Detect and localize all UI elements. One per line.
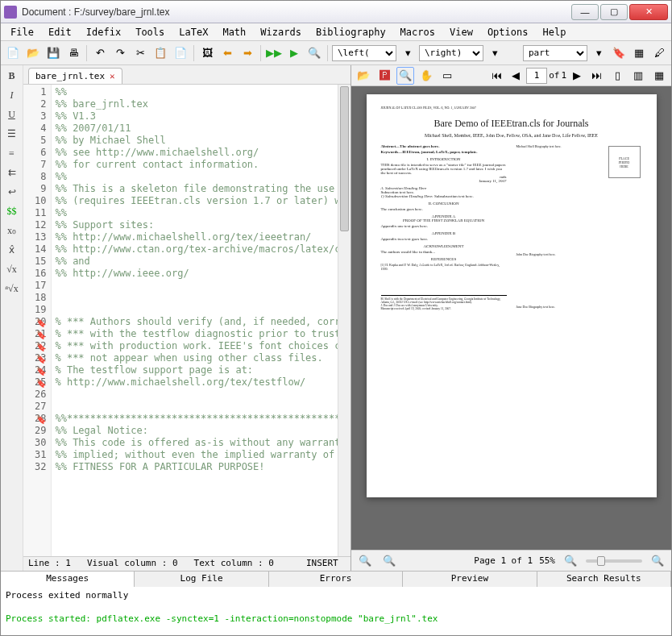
new-icon[interactable]: 📄: [4, 44, 22, 62]
editor-status: Line : 1 Visual column : 0 Text column :…: [23, 556, 351, 571]
pdf-header: JOURNAL OF LATEX CLASS FILES, VOL. 6, NO…: [381, 106, 642, 110]
pv-pdf-icon[interactable]: 🅿: [375, 67, 393, 85]
pv-page-input[interactable]: [526, 68, 547, 84]
section-combo[interactable]: part: [523, 45, 587, 61]
run-fast-icon[interactable]: ▶▶: [265, 44, 283, 62]
console[interactable]: Process exited normally Process started:…: [1, 587, 671, 635]
ref-icon[interactable]: 🔖: [610, 44, 628, 62]
nroot-icon[interactable]: ⁿ√x: [4, 281, 20, 296]
menu-view[interactable]: View: [443, 25, 479, 39]
pv-zoom-icon[interactable]: 🔍: [396, 67, 414, 85]
copy-icon[interactable]: 📋: [151, 44, 169, 62]
toolbar-sep: [327, 45, 328, 61]
pv-grid-icon[interactable]: ▦: [650, 67, 668, 85]
pdf-ref1: [1] H. Kopka and P. W. Daly, A Guide to …: [381, 263, 507, 271]
italic-icon[interactable]: I: [4, 88, 20, 102]
run-icon[interactable]: ▶: [285, 44, 303, 62]
zoom-slider[interactable]: [586, 559, 642, 563]
forward-icon[interactable]: ➡: [239, 44, 256, 62]
bold-icon[interactable]: B: [4, 69, 20, 83]
tab-search[interactable]: Search Results: [537, 572, 671, 587]
pv-select-icon[interactable]: ▭: [438, 67, 456, 85]
pv-find-fwd-icon[interactable]: 🔍: [380, 552, 398, 570]
combo-more-icon[interactable]: ▾: [399, 44, 417, 62]
scrollbar-thumb[interactable]: [340, 86, 349, 231]
hat-icon[interactable]: x̂: [4, 243, 20, 257]
view-icon[interactable]: 🔍: [305, 44, 323, 62]
tab-logfile[interactable]: Log File: [135, 572, 268, 587]
tab-close-icon[interactable]: ✕: [110, 71, 115, 81]
paste-icon[interactable]: 📄: [172, 44, 189, 62]
minimize-button[interactable]: —: [571, 4, 599, 20]
code-content[interactable]: %%%% bare_jrnl.tex%% V1.3%% 2007/01/11%%…: [52, 85, 338, 556]
menu-math[interactable]: Math: [216, 25, 252, 39]
thumbs-icon[interactable]: ▦: [630, 44, 648, 62]
pv-first-icon[interactable]: ⏮: [487, 67, 505, 85]
menu-edit[interactable]: Edit: [42, 25, 78, 39]
editor-scrollbar[interactable]: [338, 85, 351, 556]
tab-bar: bare_jrnl.tex ✕: [23, 65, 351, 85]
combo-more-icon[interactable]: ▾: [590, 44, 608, 62]
tab-preview[interactable]: Preview: [403, 572, 537, 587]
cut-icon[interactable]: ✂: [131, 44, 149, 62]
newline-icon[interactable]: ↩: [4, 185, 20, 199]
menu-macros[interactable]: Macros: [394, 25, 442, 39]
pdf-keywords: Keywords—IEEEtran, journal, LaTeX, paper…: [381, 150, 507, 154]
preview-viewport[interactable]: JOURNAL OF LATEX CLASS FILES, VOL. 6, NO…: [351, 86, 671, 550]
close-button[interactable]: ✕: [629, 4, 668, 20]
tab-errors[interactable]: Errors: [269, 572, 403, 587]
align-left-icon[interactable]: ☰: [4, 127, 20, 141]
menu-bibliography[interactable]: Bibliography: [309, 25, 392, 39]
pv-prev-icon[interactable]: ◀: [507, 67, 525, 85]
highlight-icon[interactable]: 🖊: [650, 44, 668, 62]
menu-idefix[interactable]: Idefix: [80, 25, 127, 39]
subscript-icon[interactable]: x₀: [4, 223, 20, 238]
pdf-refs: REFERENCES: [381, 257, 507, 261]
pv-continuous-icon[interactable]: ▥: [629, 67, 647, 85]
pv-single-icon[interactable]: ▯: [608, 67, 626, 85]
save-all-icon[interactable]: 🖶: [64, 44, 82, 62]
save-icon[interactable]: 💾: [44, 44, 62, 62]
math-icon[interactable]: $$: [4, 204, 20, 218]
pv-next-icon[interactable]: ▶: [568, 67, 586, 85]
redo-icon[interactable]: ↷: [111, 44, 129, 62]
menu-options[interactable]: Options: [481, 25, 535, 39]
menu-latex[interactable]: LaTeX: [172, 25, 214, 39]
status-vcol: Visual column : 0: [87, 558, 178, 570]
pv-last-icon[interactable]: ⏭: [587, 67, 605, 85]
menu-tools[interactable]: Tools: [129, 25, 171, 39]
pv-find-back-icon[interactable]: 🔍: [356, 552, 374, 570]
pv-open-icon[interactable]: 📂: [355, 67, 372, 85]
code-editor[interactable]: 1234567891011121314151617181920🔖21🔖22🔖23…: [23, 85, 338, 556]
image-icon[interactable]: 🖼: [198, 44, 216, 62]
open-icon[interactable]: 📂: [24, 44, 42, 62]
menu-file[interactable]: File: [4, 25, 40, 39]
pdf-authors: Michael Shell, Member, IEEE, John Doe, F…: [381, 133, 642, 138]
pdf-page: JOURNAL OF LATEX CLASS FILES, VOL. 6, NO…: [367, 94, 657, 497]
back-icon[interactable]: ⬅: [218, 44, 236, 62]
menu-help[interactable]: Help: [536, 25, 572, 39]
right-delim-combo[interactable]: \right): [419, 45, 483, 61]
pdf-intro-sig: mds January 11, 2007: [381, 175, 507, 183]
sqrt-icon[interactable]: √x: [4, 262, 20, 276]
pv-zoom-in-icon[interactable]: 🔍: [649, 552, 666, 570]
combo-more-icon[interactable]: ▾: [486, 44, 504, 62]
pv-hand-icon[interactable]: ✋: [417, 67, 435, 85]
tab-file[interactable]: bare_jrnl.tex ✕: [28, 68, 122, 84]
tab-label: bare_jrnl.tex: [35, 71, 105, 81]
maximize-button[interactable]: ▢: [600, 4, 628, 20]
toolbar-sep: [86, 45, 87, 61]
console-line: Process exited normally: [6, 590, 666, 601]
align-center-icon[interactable]: ≡: [4, 146, 20, 160]
pv-zoom-out-icon[interactable]: 🔍: [562, 552, 579, 570]
left-delim-combo[interactable]: \left(: [332, 45, 396, 61]
menu-wizards[interactable]: Wizards: [254, 25, 308, 39]
underline-icon[interactable]: U: [4, 107, 20, 122]
pdf-conclusion-body: The conclusion goes here.: [381, 207, 507, 211]
zoom-thumb[interactable]: [597, 556, 605, 566]
status-tcol: Text column : 0: [194, 558, 274, 570]
align-right-icon[interactable]: ⇇: [4, 165, 20, 180]
pdf-secA1: 1) Subsubsection Heading Here:: [381, 194, 433, 198]
undo-icon[interactable]: ↶: [91, 44, 109, 62]
tab-messages[interactable]: Messages: [1, 572, 135, 587]
